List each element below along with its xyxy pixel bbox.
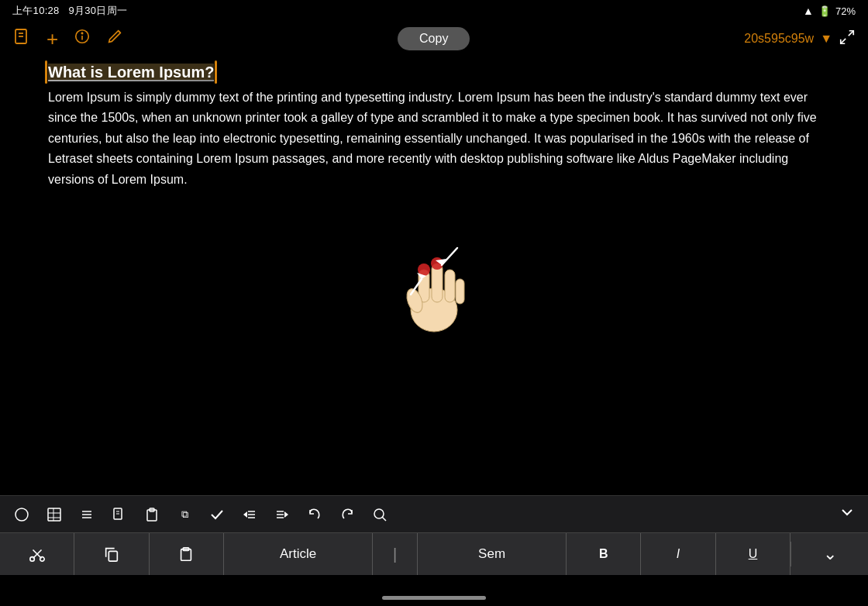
kb-dismiss-icon[interactable] [832,504,862,525]
svg-line-6 [119,31,121,33]
new-doc-icon[interactable] [12,27,31,50]
status-time: 上午10:28 [12,5,60,16]
svg-point-47 [40,557,43,562]
underline-label: U [749,547,758,561]
svg-line-8 [841,38,846,43]
title-underline [48,80,214,81]
kb-page-icon[interactable] [104,501,135,529]
keyboard-toolbar: ⧉ [0,495,868,532]
paste-button[interactable] [150,533,224,575]
underline-button[interactable]: U [716,533,790,575]
toolbar-left: + [12,27,123,51]
svg-line-43 [382,517,386,521]
svg-line-7 [849,30,853,35]
kb-undo-icon[interactable] [299,501,330,529]
status-date: 9月30日周一 [68,5,127,16]
svg-rect-22 [48,508,60,521]
format-bar: Article | Sem B I U ⌄ [0,532,868,575]
toolbar-right: 20s595c95w ▼ [744,29,856,50]
svg-rect-13 [456,279,464,304]
doc-id[interactable]: 20s595c95w [744,32,814,46]
kb-outdent-icon[interactable] [234,501,265,529]
status-right: ▲ 🔋 72% [803,5,856,17]
cursor-separator: | [373,533,418,575]
kb-search-icon[interactable] [364,501,395,529]
doc-body: Lorem Ipsum is simply dummy text of the … [48,88,820,190]
kb-copy-icon[interactable]: ⧉ [169,501,200,529]
svg-point-46 [30,557,35,562]
svg-marker-41 [284,511,288,518]
battery-icon: 🔋 [818,5,831,17]
battery-percent: 72% [835,5,856,17]
kb-list-icon[interactable] [71,501,102,529]
bold-label: B [599,547,608,561]
kb-redo-icon[interactable] [332,501,363,529]
title-text: What is Lorem Ipsum? [48,64,214,81]
status-bar: 上午10:28 9月30日周一 ▲ 🔋 72% [0,0,868,22]
svg-line-17 [442,248,457,265]
svg-rect-48 [108,551,117,561]
info-icon[interactable] [74,28,91,50]
italic-button[interactable]: I [641,533,715,575]
format-more-button[interactable]: ⌄ [791,533,868,575]
format-chevron-icon: ⌄ [823,544,837,564]
home-indicator [382,596,486,600]
pencil-icon[interactable] [106,28,123,50]
cut-button[interactable] [0,533,74,575]
svg-point-21 [16,508,28,521]
kb-indent-icon[interactable] [267,501,298,529]
expand-icon[interactable] [839,29,856,50]
style-selector[interactable]: Article [224,533,373,575]
keyboard-label: Sem [478,546,505,562]
svg-rect-12 [445,270,455,302]
doc-title: What is Lorem Ipsum? [48,64,214,81]
copy-button[interactable]: Copy [398,27,470,50]
copy-doc-button[interactable] [74,533,149,575]
kb-table-icon[interactable] [39,501,70,529]
italic-label: I [677,547,680,561]
kb-circle-icon[interactable] [6,501,37,529]
style-label: Article [280,546,316,562]
wifi-icon: ▲ [803,5,814,17]
kb-check-icon[interactable] [202,501,232,529]
kb-clipboard-icon[interactable] [136,501,167,529]
gesture-illustration [380,217,488,341]
bold-button[interactable]: B [567,533,641,575]
svg-marker-37 [243,511,247,518]
cursor-end [215,60,217,84]
status-time-date: 上午10:28 9月30日周一 [12,4,127,18]
keyboard-type-selector[interactable]: Sem [418,533,567,575]
cursor-start [45,60,47,84]
add-icon[interactable]: + [46,27,58,51]
dropdown-chevron-icon[interactable]: ▼ [820,32,832,46]
toolbar-top: + Copy 20s595c95w ▼ [0,22,868,56]
svg-point-5 [81,33,82,33]
